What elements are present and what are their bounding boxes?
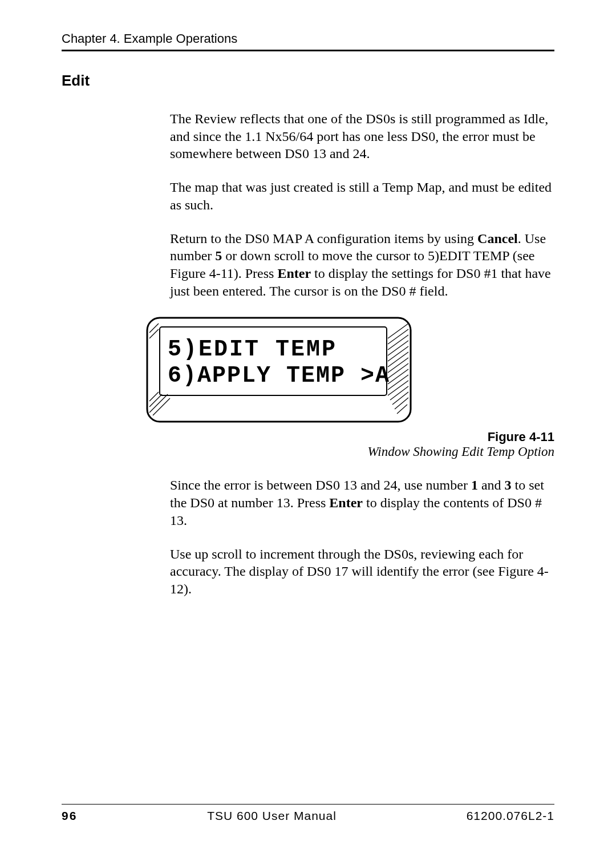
body-text-2: Since the error is between DS0 13 and 24… — [170, 476, 554, 597]
section-title: Edit — [62, 72, 554, 90]
lcd-display-icon: 5)EDIT TEMP 6)APPLY TEMP >A — [145, 316, 413, 424]
svg-line-10 — [388, 335, 408, 350]
p3-t1: Return to the DS0 MAP A configuration it… — [170, 231, 477, 246]
paragraph-1: The Review reflects that one of the DS0s… — [170, 110, 554, 163]
svg-line-4 — [149, 392, 159, 401]
figure-title: Window Showing Edit Temp Option — [170, 444, 554, 459]
figure-number: Figure 4-11 — [170, 430, 554, 444]
svg-line-13 — [388, 352, 408, 367]
p3-b2: 5 — [215, 248, 222, 263]
body-text: The Review reflects that one of the DS0s… — [170, 110, 554, 300]
lcd-figure: 5)EDIT TEMP 6)APPLY TEMP >A — [145, 316, 554, 424]
svg-line-3 — [149, 329, 159, 338]
lcd-line2: 6)APPLY TEMP >A — [168, 363, 390, 389]
svg-line-21 — [395, 398, 408, 409]
svg-line-19 — [390, 386, 408, 400]
footer-rule — [62, 804, 554, 805]
svg-line-12 — [388, 346, 408, 361]
svg-line-5 — [149, 394, 162, 407]
header-rule — [62, 50, 554, 51]
lcd-line1: 5)EDIT TEMP — [168, 337, 337, 362]
svg-line-2 — [149, 324, 159, 333]
svg-line-14 — [388, 358, 408, 373]
p3-b3: Enter — [277, 266, 311, 281]
svg-line-11 — [388, 341, 408, 355]
paragraph-5: Use up scroll to increment through the D… — [170, 545, 554, 598]
paragraph-4: Since the error is between DS0 13 and 24… — [170, 476, 554, 529]
p4-t1: Since the error is between DS0 13 and 24… — [170, 478, 471, 492]
p4-b1: 1 — [471, 478, 478, 492]
footer-manual-title: TSU 600 User Manual — [207, 809, 337, 823]
p4-b2: 3 — [505, 478, 512, 492]
svg-line-8 — [388, 324, 408, 338]
paragraph-3: Return to the DS0 MAP A configuration it… — [170, 230, 554, 300]
figure-caption: Figure 4-11 Window Showing Edit Temp Opt… — [170, 430, 554, 459]
p4-t2: and — [478, 478, 505, 492]
svg-line-15 — [388, 363, 408, 378]
svg-line-17 — [388, 375, 408, 390]
svg-line-9 — [388, 329, 408, 344]
footer-doc-number: 61200.076L2-1 — [467, 809, 554, 823]
svg-line-20 — [392, 392, 408, 405]
svg-line-18 — [388, 381, 408, 395]
paragraph-2: The map that was just created is still a… — [170, 179, 554, 213]
footer-page-number: 96 — [62, 809, 77, 823]
svg-line-16 — [388, 369, 408, 384]
page-footer: 96 TSU 600 User Manual 61200.076L2-1 — [62, 804, 554, 823]
p4-b3: Enter — [329, 495, 363, 510]
p3-b1: Cancel — [477, 231, 518, 246]
page-header: Chapter 4. Example Operations — [62, 31, 554, 46]
